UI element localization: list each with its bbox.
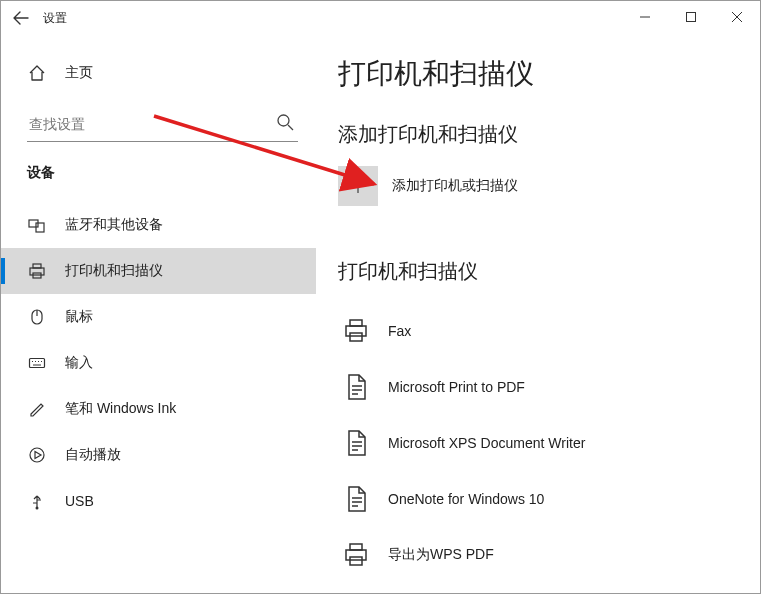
plus-icon <box>348 176 368 196</box>
pen-icon <box>27 399 47 419</box>
sidebar-nav: 蓝牙和其他设备 打印机和扫描仪 鼠标 <box>1 202 316 524</box>
close-button[interactable] <box>714 1 760 33</box>
printer-icon <box>338 313 374 349</box>
sidebar-item-label: 笔和 Windows Ink <box>65 400 176 418</box>
svg-rect-16 <box>350 557 362 565</box>
printer-name: Microsoft XPS Document Writer <box>388 435 585 451</box>
sidebar-item-label: 打印机和扫描仪 <box>65 262 163 280</box>
maximize-button[interactable] <box>668 1 714 33</box>
home-icon <box>27 63 47 83</box>
sidebar-item-label: 自动播放 <box>65 446 121 464</box>
sidebar-item-mouse[interactable]: 鼠标 <box>1 294 316 340</box>
keyboard-icon <box>27 353 47 373</box>
svg-rect-15 <box>346 550 366 560</box>
mouse-icon <box>27 307 47 327</box>
svg-rect-8 <box>30 359 45 368</box>
home-label: 主页 <box>65 64 93 82</box>
sidebar-item-bluetooth[interactable]: 蓝牙和其他设备 <box>1 202 316 248</box>
maximize-icon <box>686 12 696 22</box>
autoplay-icon <box>27 445 47 465</box>
sidebar-item-label: 蓝牙和其他设备 <box>65 216 163 234</box>
sidebar-item-label: 输入 <box>65 354 93 372</box>
sidebar-item-label: 鼠标 <box>65 308 93 326</box>
document-icon <box>338 369 374 405</box>
svg-rect-11 <box>350 320 362 326</box>
printer-name: Fax <box>388 323 411 339</box>
minimize-icon <box>640 12 650 22</box>
body: 主页 设备 蓝牙和其他设备 <box>1 35 760 593</box>
main-pane: 打印机和扫描仪 添加打印机和扫描仪 添加打印机或扫描仪 打印机和扫描仪 Fax <box>316 35 760 593</box>
svg-rect-4 <box>33 264 41 268</box>
arrow-left-icon <box>13 10 29 26</box>
add-printer-row[interactable]: 添加打印机或扫描仪 <box>338 166 750 206</box>
printer-name: Microsoft Print to PDF <box>388 379 525 395</box>
printer-icon <box>27 261 47 281</box>
search-wrap <box>1 107 316 142</box>
svg-rect-13 <box>350 333 362 341</box>
printer-item[interactable]: OneNote for Windows 10 <box>338 471 750 527</box>
page-title: 打印机和扫描仪 <box>338 55 750 93</box>
search-icon <box>276 113 294 135</box>
list-section-title: 打印机和扫描仪 <box>338 258 750 285</box>
sidebar: 主页 设备 蓝牙和其他设备 <box>1 35 316 593</box>
printer-item[interactable]: Fax <box>338 303 750 359</box>
add-section-title: 添加打印机和扫描仪 <box>338 121 750 148</box>
sidebar-item-autoplay[interactable]: 自动播放 <box>1 432 316 478</box>
svg-point-10 <box>36 507 39 510</box>
window-controls <box>622 1 760 33</box>
printer-item[interactable]: 导出为WPS PDF <box>338 527 750 583</box>
printer-item[interactable]: Microsoft XPS Document Writer <box>338 415 750 471</box>
document-icon <box>338 425 374 461</box>
add-label: 添加打印机或扫描仪 <box>392 177 518 195</box>
printer-item[interactable]: Microsoft Print to PDF <box>338 359 750 415</box>
sidebar-item-printers[interactable]: 打印机和扫描仪 <box>1 248 316 294</box>
printer-icon <box>338 537 374 573</box>
svg-point-1 <box>278 115 289 126</box>
sidebar-group-title: 设备 <box>1 164 316 182</box>
sidebar-item-label: USB <box>65 493 94 509</box>
back-button[interactable] <box>5 2 37 34</box>
devices-icon <box>27 215 47 235</box>
close-icon <box>732 12 742 22</box>
sidebar-item-typing[interactable]: 输入 <box>1 340 316 386</box>
window-title: 设置 <box>43 10 67 27</box>
printer-name: OneNote for Windows 10 <box>388 491 544 507</box>
search-input[interactable] <box>27 112 298 136</box>
searchbox[interactable] <box>27 107 298 142</box>
svg-rect-0 <box>687 13 696 22</box>
svg-rect-14 <box>350 544 362 550</box>
sidebar-item-usb[interactable]: USB <box>1 478 316 524</box>
minimize-button[interactable] <box>622 1 668 33</box>
sidebar-item-pen[interactable]: 笔和 Windows Ink <box>1 386 316 432</box>
svg-rect-5 <box>30 268 44 275</box>
printer-name: 导出为WPS PDF <box>388 546 494 564</box>
document-icon <box>338 481 374 517</box>
svg-rect-12 <box>346 326 366 336</box>
settings-window: 设置 主页 <box>0 0 761 594</box>
home-link[interactable]: 主页 <box>1 57 316 89</box>
usb-icon <box>27 491 47 511</box>
add-button[interactable] <box>338 166 378 206</box>
